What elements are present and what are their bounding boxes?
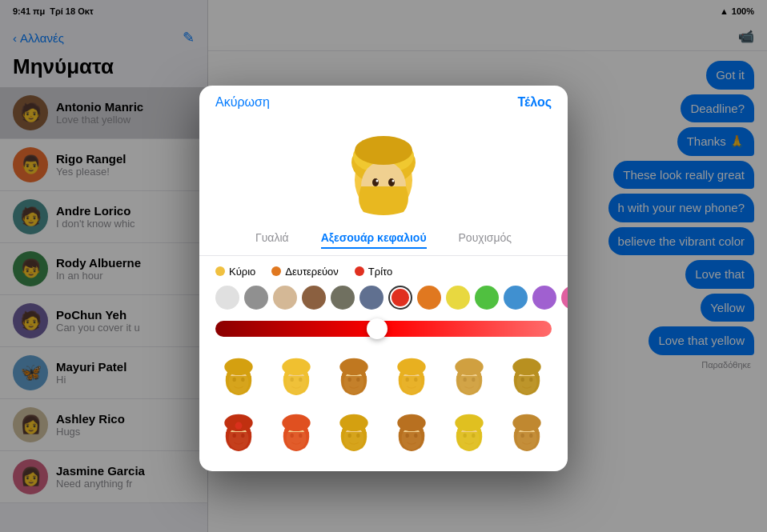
memoji-thumb-10	[447, 407, 492, 457]
modal-tabs: Γυαλιά Αξεσουάρ κεφαλιού Ρουχισμός	[199, 225, 568, 256]
memoji-editor-modal: Ακύρωση Τέλος	[199, 86, 568, 471]
svg-point-55	[339, 414, 367, 430]
tab-headwear[interactable]: Αξεσουάρ κεφαλιού	[321, 231, 427, 249]
cancel-button[interactable]: Ακύρωση	[215, 95, 270, 110]
memoji-svg	[339, 122, 428, 226]
svg-point-34	[455, 358, 483, 374]
color-swatch-2[interactable]	[273, 286, 297, 310]
primary-color-label: Κύριο	[215, 266, 255, 278]
svg-point-39	[512, 358, 540, 374]
color-swatch-8[interactable]	[446, 286, 470, 310]
color-section: Κύριο Δευτερεύον Τρίτο	[199, 256, 568, 314]
svg-point-19	[282, 358, 310, 374]
memoji-option-1[interactable]	[270, 350, 323, 402]
tertiary-color-label: Τρίτο	[355, 266, 392, 278]
svg-point-65	[455, 414, 483, 430]
modal-overlay: Ακύρωση Τέλος	[0, 0, 767, 532]
memoji-preview-area	[199, 110, 568, 225]
svg-point-70	[512, 414, 540, 430]
svg-point-29	[397, 358, 425, 374]
memoji-thumb-2	[331, 351, 376, 401]
tertiary-label: Τρίτο	[368, 266, 392, 278]
svg-point-60	[397, 414, 425, 430]
color-swatch-5[interactable]	[359, 286, 384, 310]
color-swatch-9[interactable]	[475, 286, 499, 310]
memoji-option-3[interactable]	[385, 350, 438, 402]
secondary-dot	[271, 266, 281, 276]
memoji-thumb-4	[447, 351, 492, 401]
tab-outfit[interactable]: Ρουχισμός	[459, 231, 512, 249]
memoji-grid	[199, 343, 568, 471]
color-labels: Κύριο Δευτερεύον Τρίτο	[215, 266, 552, 278]
svg-point-24	[339, 358, 367, 374]
svg-point-45	[235, 422, 243, 429]
memoji-thumb-8	[331, 407, 376, 457]
done-button[interactable]: Τέλος	[517, 95, 552, 110]
memoji-option-4[interactable]	[443, 350, 496, 402]
memoji-thumb-5	[504, 351, 549, 401]
svg-point-9	[355, 136, 412, 165]
memoji-thumb-0	[216, 351, 261, 401]
color-swatch-11[interactable]	[532, 286, 556, 310]
svg-point-6	[376, 179, 379, 182]
color-slider-track[interactable]	[215, 321, 552, 337]
color-swatches	[215, 286, 552, 310]
memoji-thumb-11	[504, 407, 549, 457]
memoji-thumb-3	[389, 351, 434, 401]
svg-point-5	[388, 178, 395, 186]
tab-glasses[interactable]: Γυαλιά	[255, 231, 289, 249]
memoji-option-0[interactable]	[212, 350, 265, 402]
memoji-preview	[339, 122, 428, 218]
svg-point-50	[282, 414, 310, 430]
secondary-label: Δευτερεύον	[285, 266, 339, 278]
svg-point-7	[392, 179, 395, 182]
memoji-thumb-6	[216, 407, 261, 457]
svg-point-4	[372, 178, 379, 186]
primary-dot	[215, 266, 225, 276]
slider-section	[199, 314, 568, 343]
color-swatch-3[interactable]	[302, 286, 326, 310]
color-swatch-10[interactable]	[504, 286, 528, 310]
tertiary-dot	[355, 266, 364, 276]
memoji-thumb-9	[389, 407, 434, 457]
color-swatch-7[interactable]	[417, 286, 441, 310]
memoji-option-10[interactable]	[443, 406, 496, 458]
secondary-color-label: Δευτερεύον	[271, 266, 339, 278]
memoji-option-5[interactable]	[500, 350, 553, 402]
memoji-thumb-1	[274, 351, 319, 401]
color-swatch-4[interactable]	[331, 286, 355, 310]
color-swatch-6[interactable]	[388, 286, 412, 310]
memoji-option-2[interactable]	[327, 350, 380, 402]
memoji-option-9[interactable]	[385, 406, 438, 458]
memoji-option-11[interactable]	[500, 406, 553, 458]
color-swatch-12[interactable]	[561, 286, 568, 310]
svg-point-14	[224, 358, 252, 374]
primary-label: Κύριο	[229, 266, 255, 278]
memoji-option-6[interactable]	[212, 406, 265, 458]
memoji-thumb-7	[274, 407, 319, 457]
memoji-option-7[interactable]	[270, 406, 323, 458]
memoji-option-8[interactable]	[327, 406, 380, 458]
modal-topbar: Ακύρωση Τέλος	[199, 86, 568, 110]
color-swatch-1[interactable]	[244, 286, 268, 310]
color-swatch-0[interactable]	[215, 286, 239, 310]
color-slider-thumb[interactable]	[367, 318, 388, 339]
